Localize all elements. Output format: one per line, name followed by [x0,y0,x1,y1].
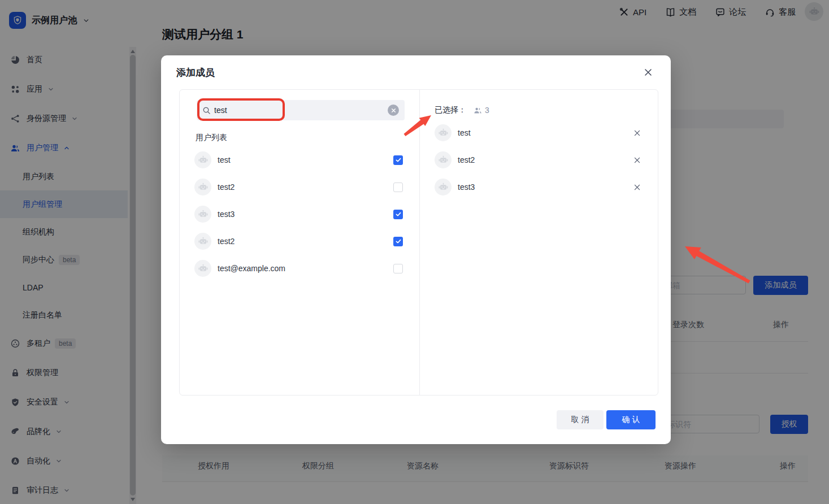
user-checkbox[interactable] [393,210,403,219]
user-list-row[interactable]: test2 [180,173,419,201]
selected-user-row: test3 [420,173,658,201]
confirm-button[interactable]: 确 认 [606,410,656,429]
user-search-input[interactable] [214,106,388,115]
user-search-bar [197,100,405,120]
remove-selected-icon[interactable] [632,155,642,165]
user-list-title: 用户列表 [196,133,227,143]
selected-user-row: test2 [420,146,658,173]
selected-count: 3 [485,106,489,115]
user-checkbox[interactable] [393,183,403,192]
close-icon[interactable] [642,66,654,79]
user-name: test2 [218,183,235,192]
user-name: test [218,155,231,164]
remove-selected-icon[interactable] [632,182,642,192]
selected-header: 已选择： 3 [435,105,489,115]
cancel-button[interactable]: 取 消 [557,410,604,429]
user-avatar [435,151,452,168]
user-list-row[interactable]: test2 [180,228,419,255]
user-name: test [458,128,471,137]
user-checkbox[interactable] [393,237,403,246]
modal-title: 添加成员 [176,66,215,79]
user-name: test2 [218,237,235,246]
user-name: test3 [458,183,475,192]
user-name: test3 [218,210,235,219]
add-member-modal: 添加成员 用户列表 testtest2test3test2test@exampl… [161,55,671,444]
user-avatar [194,260,211,277]
user-list-panel: 用户列表 testtest2test3test2test@example.com [180,90,420,395]
modal-footer: 取 消 确 认 [557,410,656,429]
selected-user-row: test [420,119,658,146]
user-avatar [194,179,211,195]
user-avatar [435,124,452,141]
users-count-icon [474,106,482,115]
user-avatar [194,151,211,168]
clear-search-icon[interactable] [388,105,399,116]
user-list-row[interactable]: test3 [180,201,419,228]
user-avatar [194,233,211,250]
user-name: test@example.com [218,264,285,273]
member-picker: 用户列表 testtest2test3test2test@example.com… [179,89,658,396]
user-avatar [435,179,452,195]
user-checkbox[interactable] [393,264,403,273]
user-list-row[interactable]: test@example.com [180,255,419,282]
user-list-row[interactable]: test [180,146,419,173]
remove-selected-icon[interactable] [632,128,642,138]
selected-panel: 已选择： 3 testtest2test3 [420,90,658,395]
user-checkbox[interactable] [393,155,403,165]
selected-label: 已选择： [435,105,466,115]
search-icon [202,106,211,115]
user-avatar [194,206,211,223]
user-name: test2 [458,155,475,164]
